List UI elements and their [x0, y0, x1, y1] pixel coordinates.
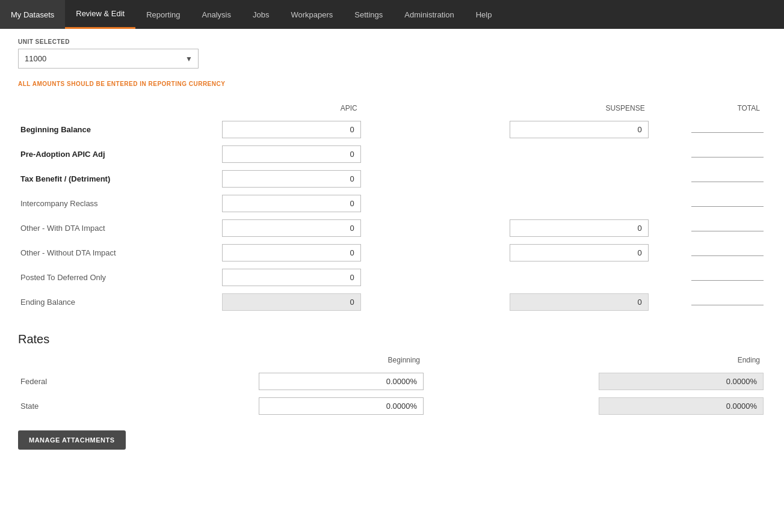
table-row-other-without-dta: Other - Without DTA Impact	[18, 240, 766, 265]
suspense-input-beginning-balance[interactable]	[510, 121, 649, 138]
rates-ending-cell-state	[596, 394, 767, 418]
suspense-col-header	[507, 99, 651, 104]
nav-item-jobs[interactable]: Jobs	[242, 0, 280, 29]
nav-item-administration[interactable]: Administration	[394, 0, 465, 29]
total-cell-pre-adoption-apic-adj	[651, 142, 766, 167]
gap-cell-posted-to-deferred	[363, 265, 507, 290]
total-line-beginning-balance	[691, 127, 764, 133]
rates-ending-input-state	[599, 397, 764, 415]
rates-ending-cell-federal	[596, 369, 767, 394]
rates-label-state: State	[18, 394, 256, 418]
total-col-header	[651, 99, 766, 104]
gap-col-spacer	[363, 104, 507, 117]
suspense-input-ending-balance[interactable]	[510, 293, 649, 311]
suspense-cell-intercompany-reclass	[507, 191, 651, 216]
apic-input-beginning-balance[interactable]	[222, 121, 361, 138]
rates-section-title: Rates	[18, 332, 766, 346]
suspense-cell-tax-benefit-detriment	[507, 167, 651, 191]
total-line-tax-benefit-detriment	[691, 176, 764, 182]
total-cell-other-with-dta	[651, 216, 766, 240]
suspense-header-text: SUSPENSE	[507, 104, 651, 117]
total-cell-ending-balance	[651, 290, 766, 314]
total-cell-intercompany-reclass	[651, 191, 766, 216]
nav-item-help[interactable]: Help	[465, 0, 503, 29]
apic-cell-beginning-balance	[220, 117, 363, 142]
total-cell-tax-benefit-detriment	[651, 167, 766, 191]
label-col-header2	[18, 104, 220, 117]
total-line-intercompany-reclass	[691, 201, 764, 207]
apic-cell-pre-adoption-apic-adj	[220, 142, 363, 167]
rates-label-col-header	[18, 356, 256, 369]
rates-row-federal: Federal	[18, 369, 766, 394]
suspense-input-other-without-dta[interactable]	[510, 244, 649, 261]
apic-cell-other-with-dta	[220, 216, 363, 240]
suspense-cell-posted-to-deferred	[507, 265, 651, 290]
rates-beginning-input-state[interactable]	[259, 397, 424, 415]
suspense-cell-other-with-dta	[507, 216, 651, 240]
rates-beginning-header: Beginning	[256, 356, 427, 369]
table-row-posted-to-deferred: Posted To Deferred Only	[18, 265, 766, 290]
total-line-pre-adoption-apic-adj	[691, 151, 764, 157]
table-row-ending-balance: Ending Balance	[18, 290, 766, 314]
apic-header-text: APIC	[220, 104, 363, 117]
total-line-other-without-dta	[691, 250, 764, 256]
total-line-ending-balance	[691, 299, 764, 305]
nav-item-workpapers[interactable]: Workpapers	[280, 0, 344, 29]
nav-item-my-datasets[interactable]: My Datasets	[0, 0, 65, 29]
row-label-beginning-balance: Beginning Balance	[18, 117, 220, 142]
table-row-beginning-balance: Beginning Balance	[18, 117, 766, 142]
unit-select[interactable]: 11000	[18, 49, 199, 69]
rates-gap-federal	[426, 369, 596, 394]
nav-item-settings[interactable]: Settings	[344, 0, 394, 29]
amounts-table: APIC SUSPENSE TOTAL Beginning BalancePre…	[18, 99, 766, 314]
row-label-intercompany-reclass: Intercompany Reclass	[18, 191, 220, 216]
rates-table: Beginning Ending FederalState	[18, 356, 766, 418]
gap-cell-tax-benefit-detriment	[363, 167, 507, 191]
table-row-pre-adoption-apic-adj: Pre-Adoption APIC Adj	[18, 142, 766, 167]
rates-gap-state	[426, 394, 596, 418]
rates-beginning-cell-federal	[256, 369, 427, 394]
nav-item-review-edit[interactable]: Review & Edit	[65, 0, 135, 29]
rates-beginning-cell-state	[256, 394, 427, 418]
gap-cell-other-with-dta	[363, 216, 507, 240]
apic-cell-ending-balance	[220, 290, 363, 314]
manage-attachments-button[interactable]: MANAGE ATTACHMENTS	[18, 430, 126, 450]
gap-cell-other-without-dta	[363, 240, 507, 265]
total-cell-other-without-dta	[651, 240, 766, 265]
rates-beginning-input-federal[interactable]	[259, 373, 424, 390]
apic-input-intercompany-reclass[interactable]	[222, 195, 361, 212]
nav-item-reporting[interactable]: Reporting	[135, 0, 191, 29]
row-label-posted-to-deferred: Posted To Deferred Only	[18, 265, 220, 290]
apic-cell-posted-to-deferred	[220, 265, 363, 290]
table-row-tax-benefit-detriment: Tax Benefit / (Detriment)	[18, 167, 766, 191]
apic-input-ending-balance[interactable]	[222, 293, 361, 311]
unit-label: UNIT SELECTED	[18, 38, 766, 45]
currency-note: ALL AMOUNTS SHOULD BE ENTERED IN REPORTI…	[18, 81, 766, 87]
suspense-input-other-with-dta[interactable]	[510, 219, 649, 237]
table-row-other-with-dta: Other - With DTA Impact	[18, 216, 766, 240]
gap-cell-intercompany-reclass	[363, 191, 507, 216]
row-label-ending-balance: Ending Balance	[18, 290, 220, 314]
nav-item-analysis[interactable]: Analysis	[191, 0, 242, 29]
row-label-pre-adoption-apic-adj: Pre-Adoption APIC Adj	[18, 142, 220, 167]
apic-input-other-with-dta[interactable]	[222, 219, 361, 237]
apic-input-other-without-dta[interactable]	[222, 244, 361, 261]
apic-input-posted-to-deferred[interactable]	[222, 269, 361, 286]
suspense-cell-beginning-balance	[507, 117, 651, 142]
apic-input-pre-adoption-apic-adj[interactable]	[222, 145, 361, 163]
rates-ending-input-federal	[599, 373, 764, 390]
apic-col-header	[220, 99, 363, 104]
apic-input-tax-benefit-detriment[interactable]	[222, 170, 361, 188]
rates-row-state: State	[18, 394, 766, 418]
main-content: UNIT SELECTED 11000 ▼ ALL AMOUNTS SHOULD…	[0, 29, 784, 498]
apic-cell-intercompany-reclass	[220, 191, 363, 216]
total-header-text: TOTAL	[651, 104, 766, 117]
total-cell-beginning-balance	[651, 117, 766, 142]
gap-cell-beginning-balance	[363, 117, 507, 142]
unit-select-wrapper: 11000 ▼	[18, 49, 199, 69]
gap-cell-pre-adoption-apic-adj	[363, 142, 507, 167]
total-line-posted-to-deferred	[691, 275, 764, 281]
row-label-other-without-dta: Other - Without DTA Impact	[18, 240, 220, 265]
gap-cell-ending-balance	[363, 290, 507, 314]
navigation: My DatasetsReview & EditReportingAnalysi…	[0, 0, 784, 29]
